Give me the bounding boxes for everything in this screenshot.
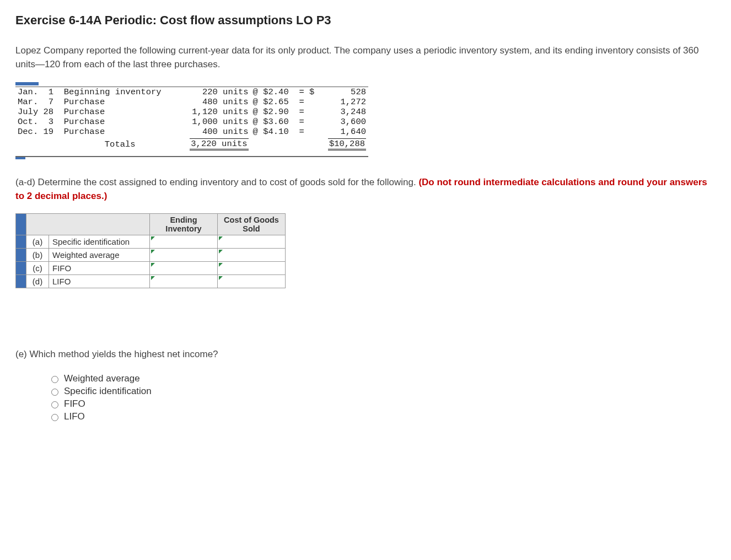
cell-amount: 528 [320, 87, 368, 98]
header-cogs: Cost of Goods Sold [218, 213, 286, 235]
table-row: Jan. 1 Beginning inventory 220 units @ $… [15, 87, 368, 98]
option-label: FIFO [64, 399, 85, 410]
grid-row: (b) Weighted average [16, 248, 286, 261]
header-blank [26, 213, 150, 235]
page-title: Exercise 6-14A Periodic: Cost flow assum… [15, 13, 716, 28]
row-letter: (d) [26, 274, 49, 288]
edit-indicator-icon [151, 236, 155, 240]
selection-highlight [15, 157, 25, 159]
options-group: Weighted average Specific identification… [49, 373, 716, 422]
header-selector [16, 213, 26, 235]
selection-highlight [15, 82, 39, 85]
cell-date: Jan. 1 [15, 87, 62, 98]
row-method: Weighted average [49, 248, 150, 261]
cell-eq: = [297, 127, 319, 137]
table-row: Oct. 3 Purchase 1,000 units @ $3.60 = 3,… [15, 117, 368, 127]
table-row: July 28 Purchase 1,120 units @ $2.90 = 3… [15, 107, 368, 117]
question-e: (e) Which method yields the highest net … [15, 349, 716, 360]
row-selector[interactable] [16, 235, 26, 248]
radio-lifo[interactable] [51, 414, 58, 421]
header-ending-inventory: Ending Inventory [150, 213, 218, 235]
edit-indicator-icon [219, 263, 223, 267]
option-fifo[interactable]: FIFO [49, 399, 716, 410]
option-label: Weighted average [64, 373, 140, 384]
option-lifo[interactable]: LIFO [49, 411, 716, 422]
answer-grid: Ending Inventory Cost of Goods Sold (a) … [15, 213, 286, 288]
row-letter: (a) [26, 235, 49, 248]
cell-desc: Purchase [62, 117, 179, 127]
cell-date: July 28 [15, 107, 62, 117]
option-specific-identification[interactable]: Specific identification [49, 386, 716, 397]
question-ad: (a-d) Determine the cost assigned to end… [15, 176, 716, 203]
totals-label: Totals [62, 137, 179, 150]
row-selector[interactable] [16, 261, 26, 274]
cell-desc: Purchase [62, 127, 179, 137]
row-method: Specific identification [49, 235, 150, 248]
input-ei-b[interactable] [150, 248, 218, 261]
cell-date: Mar. 7 [15, 97, 62, 107]
cell-amount: 1,640 [320, 127, 368, 137]
cell-at: @ $2.65 [251, 97, 297, 107]
input-cogs-d[interactable] [218, 274, 286, 288]
edit-indicator-icon [219, 250, 223, 254]
edit-indicator-icon [151, 276, 155, 280]
ad-text: (a-d) Determine the cost assigned to end… [15, 177, 418, 187]
cell-units: 400 units [179, 127, 251, 137]
cell-at: @ $2.90 [251, 107, 297, 117]
input-ei-d[interactable] [150, 274, 218, 288]
inventory-panel: Jan. 1 Beginning inventory 220 units @ $… [15, 82, 368, 159]
cell-eq: = $ [297, 87, 319, 98]
edit-indicator-icon [151, 263, 155, 267]
cell-units: 1,000 units [179, 117, 251, 127]
table-row: Mar. 7 Purchase 480 units @ $2.65 = 1,27… [15, 97, 368, 107]
input-cogs-c[interactable] [218, 261, 286, 274]
row-letter: (b) [26, 248, 49, 261]
cell-amount: 3,248 [320, 107, 368, 117]
row-selector[interactable] [16, 248, 26, 261]
cell-units: 480 units [179, 97, 251, 107]
cell-units: 220 units [179, 87, 251, 98]
intro-text: Lopez Company reported the following cur… [15, 44, 716, 71]
totals-amount: $10,288 [328, 138, 366, 150]
totals-units: 3,220 units [190, 138, 248, 150]
grid-row: (a) Specific identification [16, 235, 286, 248]
inventory-table: Jan. 1 Beginning inventory 220 units @ $… [15, 87, 368, 150]
input-cogs-b[interactable] [218, 248, 286, 261]
cell-at: @ $4.10 [251, 127, 297, 137]
edit-indicator-icon [151, 250, 155, 254]
edit-indicator-icon [219, 236, 223, 240]
row-method: FIFO [49, 261, 150, 274]
row-letter: (c) [26, 261, 49, 274]
grid-row: (d) LIFO [16, 274, 286, 288]
cell-eq: = [297, 97, 319, 107]
cell-units: 1,120 units [179, 107, 251, 117]
radio-weighted-average[interactable] [51, 376, 58, 383]
radio-fifo[interactable] [51, 401, 58, 408]
divider [15, 156, 368, 157]
radio-specific-identification[interactable] [51, 389, 58, 396]
cell-at: @ $2.40 [251, 87, 297, 98]
option-weighted-average[interactable]: Weighted average [49, 373, 716, 384]
cell-date: Dec. 19 [15, 127, 62, 137]
cell-eq: = [297, 107, 319, 117]
cell-desc: Purchase [62, 97, 179, 107]
input-cogs-a[interactable] [218, 235, 286, 248]
cell-amount: 1,272 [320, 97, 368, 107]
row-method: LIFO [49, 274, 150, 288]
cell-at: @ $3.60 [251, 117, 297, 127]
cell-date: Oct. 3 [15, 117, 62, 127]
edit-indicator-icon [219, 276, 223, 280]
cell-desc: Purchase [62, 107, 179, 117]
table-row: Dec. 19 Purchase 400 units @ $4.10 = 1,6… [15, 127, 368, 137]
input-ei-a[interactable] [150, 235, 218, 248]
option-label: LIFO [64, 411, 85, 422]
grid-row: (c) FIFO [16, 261, 286, 274]
row-selector[interactable] [16, 274, 26, 288]
totals-row: Totals 3,220 units $10,288 [15, 137, 368, 150]
option-label: Specific identification [64, 386, 152, 397]
input-ei-c[interactable] [150, 261, 218, 274]
cell-eq: = [297, 117, 319, 127]
cell-desc: Beginning inventory [62, 87, 179, 98]
cell-amount: 3,600 [320, 117, 368, 127]
